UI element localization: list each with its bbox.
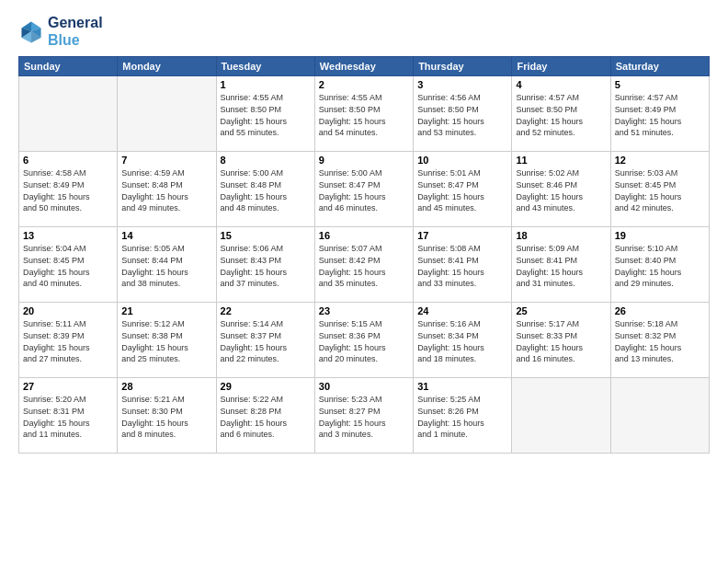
cell-info: Sunrise: 5:23 AMSunset: 8:27 PMDaylight:… (319, 394, 409, 440)
day-number: 11 (516, 155, 606, 166)
calendar-cell (19, 76, 118, 152)
weekday-header: Thursday (414, 57, 512, 76)
day-number: 15 (221, 230, 311, 241)
day-number: 9 (319, 155, 409, 166)
cell-info: Sunrise: 5:11 AMSunset: 8:39 PMDaylight:… (23, 318, 113, 364)
cell-info: Sunrise: 5:25 AMSunset: 8:26 PMDaylight:… (417, 394, 507, 440)
calendar-week-row: 20Sunrise: 5:11 AMSunset: 8:39 PMDayligh… (19, 303, 710, 378)
header: General Blue (18, 14, 710, 49)
cell-info: Sunrise: 4:57 AMSunset: 8:50 PMDaylight:… (516, 92, 606, 138)
calendar-cell: 29Sunrise: 5:22 AMSunset: 8:28 PMDayligh… (216, 378, 314, 454)
day-number: 31 (417, 381, 507, 392)
calendar-cell: 11Sunrise: 5:02 AMSunset: 8:46 PMDayligh… (512, 152, 610, 227)
logo: General Blue (18, 14, 103, 49)
cell-info: Sunrise: 4:55 AMSunset: 8:50 PMDaylight:… (319, 92, 409, 138)
cell-info: Sunrise: 5:08 AMSunset: 8:41 PMDaylight:… (417, 243, 507, 289)
calendar-cell: 28Sunrise: 5:21 AMSunset: 8:30 PMDayligh… (118, 378, 216, 454)
weekday-header-row: SundayMondayTuesdayWednesdayThursdayFrid… (19, 57, 710, 76)
calendar-cell: 25Sunrise: 5:17 AMSunset: 8:33 PMDayligh… (512, 303, 610, 378)
cell-info: Sunrise: 5:03 AMSunset: 8:45 PMDaylight:… (615, 167, 705, 213)
cell-info: Sunrise: 4:55 AMSunset: 8:50 PMDaylight:… (221, 92, 311, 138)
day-number: 21 (121, 305, 211, 316)
calendar-cell: 31Sunrise: 5:25 AMSunset: 8:26 PMDayligh… (414, 378, 512, 454)
calendar-cell: 24Sunrise: 5:16 AMSunset: 8:34 PMDayligh… (414, 303, 512, 378)
calendar-cell: 6Sunrise: 4:58 AMSunset: 8:49 PMDaylight… (19, 152, 118, 227)
calendar-cell: 10Sunrise: 5:01 AMSunset: 8:47 PMDayligh… (414, 152, 512, 227)
calendar-cell: 19Sunrise: 5:10 AMSunset: 8:40 PMDayligh… (610, 227, 709, 303)
day-number: 6 (23, 155, 113, 166)
day-number: 24 (417, 305, 507, 316)
cell-info: Sunrise: 5:12 AMSunset: 8:38 PMDaylight:… (121, 318, 211, 364)
cell-info: Sunrise: 4:59 AMSunset: 8:48 PMDaylight:… (121, 167, 211, 213)
cell-info: Sunrise: 5:00 AMSunset: 8:47 PMDaylight:… (319, 167, 409, 213)
calendar-week-row: 6Sunrise: 4:58 AMSunset: 8:49 PMDaylight… (19, 152, 710, 227)
cell-info: Sunrise: 5:04 AMSunset: 8:45 PMDaylight:… (23, 243, 113, 289)
cell-info: Sunrise: 5:05 AMSunset: 8:44 PMDaylight:… (121, 243, 211, 289)
cell-info: Sunrise: 5:06 AMSunset: 8:43 PMDaylight:… (221, 243, 311, 289)
calendar-cell: 9Sunrise: 5:00 AMSunset: 8:47 PMDaylight… (314, 152, 413, 227)
calendar-week-row: 13Sunrise: 5:04 AMSunset: 8:45 PMDayligh… (19, 227, 710, 303)
weekday-header: Sunday (19, 57, 118, 76)
calendar-cell: 2Sunrise: 4:55 AMSunset: 8:50 PMDaylight… (314, 76, 413, 152)
day-number: 30 (319, 381, 409, 392)
day-number: 12 (615, 155, 705, 166)
cell-info: Sunrise: 5:15 AMSunset: 8:36 PMDaylight:… (319, 318, 409, 364)
calendar-cell (610, 378, 709, 454)
day-number: 2 (319, 79, 409, 90)
calendar-cell: 20Sunrise: 5:11 AMSunset: 8:39 PMDayligh… (19, 303, 118, 378)
cell-info: Sunrise: 4:58 AMSunset: 8:49 PMDaylight:… (23, 167, 113, 213)
day-number: 1 (221, 79, 311, 90)
calendar-cell: 15Sunrise: 5:06 AMSunset: 8:43 PMDayligh… (216, 227, 314, 303)
weekday-header: Tuesday (216, 57, 314, 76)
day-number: 23 (319, 305, 409, 316)
calendar-cell: 26Sunrise: 5:18 AMSunset: 8:32 PMDayligh… (610, 303, 709, 378)
calendar-week-row: 1Sunrise: 4:55 AMSunset: 8:50 PMDaylight… (19, 76, 710, 152)
cell-info: Sunrise: 4:57 AMSunset: 8:49 PMDaylight:… (615, 92, 705, 138)
cell-info: Sunrise: 5:21 AMSunset: 8:30 PMDaylight:… (121, 394, 211, 440)
logo-icon (18, 18, 44, 44)
calendar-cell: 8Sunrise: 5:00 AMSunset: 8:48 PMDaylight… (216, 152, 314, 227)
cell-info: Sunrise: 5:09 AMSunset: 8:41 PMDaylight:… (516, 243, 606, 289)
weekday-header: Friday (512, 57, 610, 76)
calendar-cell: 12Sunrise: 5:03 AMSunset: 8:45 PMDayligh… (610, 152, 709, 227)
calendar-cell: 23Sunrise: 5:15 AMSunset: 8:36 PMDayligh… (314, 303, 413, 378)
day-number: 14 (121, 230, 211, 241)
calendar-cell: 30Sunrise: 5:23 AMSunset: 8:27 PMDayligh… (314, 378, 413, 454)
weekday-header: Saturday (610, 57, 709, 76)
calendar-cell: 16Sunrise: 5:07 AMSunset: 8:42 PMDayligh… (314, 227, 413, 303)
day-number: 27 (23, 381, 113, 392)
calendar-cell: 21Sunrise: 5:12 AMSunset: 8:38 PMDayligh… (118, 303, 216, 378)
calendar-cell: 27Sunrise: 5:20 AMSunset: 8:31 PMDayligh… (19, 378, 118, 454)
calendar-table: SundayMondayTuesdayWednesdayThursdayFrid… (18, 56, 710, 454)
day-number: 22 (221, 305, 311, 316)
calendar-cell (512, 378, 610, 454)
cell-info: Sunrise: 5:16 AMSunset: 8:34 PMDaylight:… (417, 318, 507, 364)
day-number: 5 (615, 79, 705, 90)
calendar-cell: 5Sunrise: 4:57 AMSunset: 8:49 PMDaylight… (610, 76, 709, 152)
day-number: 20 (23, 305, 113, 316)
weekday-header: Wednesday (314, 57, 413, 76)
calendar-cell: 4Sunrise: 4:57 AMSunset: 8:50 PMDaylight… (512, 76, 610, 152)
day-number: 3 (417, 79, 507, 90)
cell-info: Sunrise: 4:56 AMSunset: 8:50 PMDaylight:… (417, 92, 507, 138)
day-number: 17 (417, 230, 507, 241)
calendar-page: General Blue SundayMondayTuesdayWednesda… (0, 0, 728, 563)
cell-info: Sunrise: 5:00 AMSunset: 8:48 PMDaylight:… (221, 167, 311, 213)
cell-info: Sunrise: 5:14 AMSunset: 8:37 PMDaylight:… (221, 318, 311, 364)
day-number: 19 (615, 230, 705, 241)
day-number: 16 (319, 230, 409, 241)
calendar-cell: 13Sunrise: 5:04 AMSunset: 8:45 PMDayligh… (19, 227, 118, 303)
logo-text: General Blue (48, 14, 103, 49)
cell-info: Sunrise: 5:20 AMSunset: 8:31 PMDaylight:… (23, 394, 113, 440)
calendar-cell: 7Sunrise: 4:59 AMSunset: 8:48 PMDaylight… (118, 152, 216, 227)
calendar-cell: 1Sunrise: 4:55 AMSunset: 8:50 PMDaylight… (216, 76, 314, 152)
day-number: 10 (417, 155, 507, 166)
day-number: 26 (615, 305, 705, 316)
cell-info: Sunrise: 5:17 AMSunset: 8:33 PMDaylight:… (516, 318, 606, 364)
day-number: 4 (516, 79, 606, 90)
cell-info: Sunrise: 5:18 AMSunset: 8:32 PMDaylight:… (615, 318, 705, 364)
day-number: 13 (23, 230, 113, 241)
calendar-cell: 14Sunrise: 5:05 AMSunset: 8:44 PMDayligh… (118, 227, 216, 303)
cell-info: Sunrise: 5:01 AMSunset: 8:47 PMDaylight:… (417, 167, 507, 213)
day-number: 7 (121, 155, 211, 166)
